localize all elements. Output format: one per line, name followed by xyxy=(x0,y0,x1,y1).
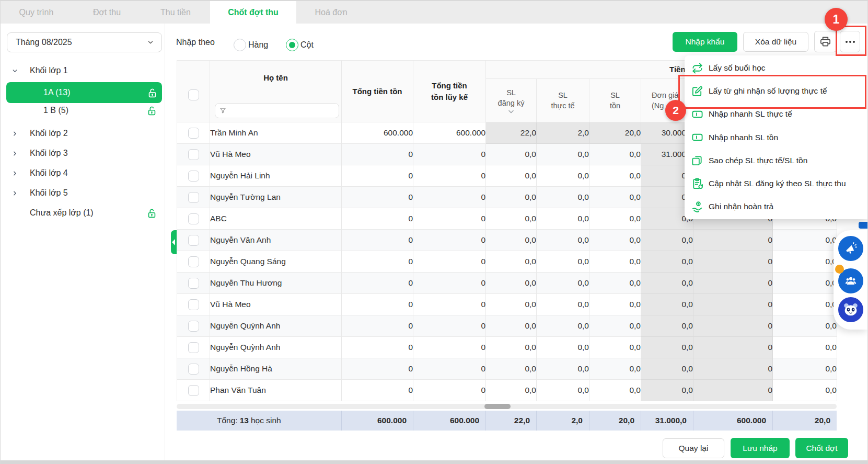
radio-cột[interactable] xyxy=(286,39,298,51)
people-icon xyxy=(844,274,858,288)
row-checkbox[interactable] xyxy=(188,342,199,353)
cell[interactable]: 0,0 xyxy=(537,230,589,251)
chevron-right-icon[interactable] xyxy=(11,169,18,176)
tree-item-kh-i-l-p-4[interactable]: Khối lớp 4 xyxy=(0,164,165,182)
horizontal-scrollbar[interactable] xyxy=(177,404,837,409)
print-button[interactable] xyxy=(814,31,837,52)
cell[interactable]: 0,0 xyxy=(486,208,537,230)
header-select-all[interactable] xyxy=(177,61,210,122)
cell[interactable]: 0,0 xyxy=(589,380,641,401)
cell[interactable]: 0,0 xyxy=(589,208,641,230)
radio-hàng[interactable] xyxy=(234,39,246,51)
chevron-right-icon[interactable] xyxy=(11,150,18,156)
row-checkbox[interactable] xyxy=(188,278,199,289)
row-checkbox[interactable] xyxy=(188,171,199,182)
menu-item-4[interactable]: Nhập nhanh SL tồn xyxy=(685,126,868,149)
chat-assistant-button[interactable] xyxy=(838,297,863,322)
tree-item-kh-i-l-p-5[interactable]: Khối lớp 5 xyxy=(0,184,165,202)
cell[interactable]: 0,0 xyxy=(589,251,641,273)
name-filter-input[interactable] xyxy=(215,103,339,118)
cell[interactable]: 0,0 xyxy=(537,187,589,208)
cell[interactable]: 0,0 xyxy=(486,358,537,380)
tab-1[interactable]: Quy trình xyxy=(0,1,73,24)
cell[interactable]: 0,0 xyxy=(589,315,641,337)
cell[interactable]: 0,0 xyxy=(537,294,589,315)
tab-2[interactable]: Đợt thu xyxy=(73,1,141,24)
cell[interactable]: 0,0 xyxy=(537,273,589,294)
month-selector[interactable]: Tháng 08/2025 xyxy=(7,32,162,52)
sidebar-collapse-handle[interactable] xyxy=(171,230,177,254)
radio-label-hàng[interactable]: Hàng xyxy=(248,40,268,50)
cell: 0 xyxy=(413,144,486,165)
cell[interactable]: 0,0 xyxy=(486,165,537,187)
tab-3[interactable]: Thu tiền xyxy=(141,1,210,24)
tree-item-1a-13-[interactable]: 1A (13) xyxy=(6,82,162,103)
cell[interactable]: 0,0 xyxy=(537,251,589,273)
cell: 0 xyxy=(413,230,486,251)
cell[interactable]: 0,0 xyxy=(537,144,589,165)
cell[interactable]: 0,0 xyxy=(486,251,537,273)
cell[interactable]: 0,0 xyxy=(486,273,537,294)
cell[interactable]: 0,0 xyxy=(589,294,641,315)
cell[interactable]: 0,0 xyxy=(486,337,537,358)
row-checkbox[interactable] xyxy=(188,235,199,246)
cell[interactable]: 0,0 xyxy=(537,208,589,230)
row-checkbox[interactable] xyxy=(188,321,199,332)
cell[interactable]: 0,0 xyxy=(486,315,537,337)
cell: 20,0 xyxy=(589,122,641,144)
row-checkbox[interactable] xyxy=(188,256,199,267)
menu-item-6[interactable]: Cập nhật SL đăng ký theo SL thực thu xyxy=(685,172,868,195)
cell[interactable]: 0,0 xyxy=(486,294,537,315)
cell[interactable]: 0,0 xyxy=(589,144,641,165)
chevron-down-icon[interactable] xyxy=(11,67,18,74)
tab-4[interactable]: Chốt đợt thu xyxy=(210,1,296,24)
radio-label-cột[interactable]: Cột xyxy=(300,40,314,50)
finalize-button[interactable]: Chốt đợt xyxy=(795,438,848,458)
floating-widget-tab[interactable] xyxy=(859,222,868,229)
cell[interactable]: 0,0 xyxy=(537,315,589,337)
tree-item-kh-i-l-p-3[interactable]: Khối lớp 3 xyxy=(0,144,165,162)
row-checkbox[interactable] xyxy=(188,299,199,310)
cell[interactable]: 0,0 xyxy=(486,230,537,251)
tab-5[interactable]: Hoá đơn xyxy=(296,1,366,24)
select-all-checkbox[interactable] xyxy=(188,89,199,100)
header-sl-dang-ky[interactable]: SLđăng ký xyxy=(486,79,537,122)
cell[interactable]: 0,0 xyxy=(589,358,641,380)
cell[interactable]: 0,0 xyxy=(537,165,589,187)
row-checkbox[interactable] xyxy=(188,149,199,160)
tree-item-kh-i-l-p-1[interactable]: Khối lớp 1 xyxy=(0,62,165,80)
cell[interactable]: 0,0 xyxy=(537,358,589,380)
cell[interactable]: 0,0 xyxy=(589,337,641,358)
cell[interactable]: 0,0 xyxy=(589,230,641,251)
import-button[interactable]: Nhập khẩu xyxy=(673,32,737,52)
cell[interactable]: 0,0 xyxy=(486,144,537,165)
cell[interactable]: 0,0 xyxy=(486,380,537,401)
row-checkbox[interactable] xyxy=(188,192,199,203)
menu-item-5[interactable]: Sao chép SL thực tế/SL tồn xyxy=(685,149,868,172)
cell[interactable]: 0,0 xyxy=(589,273,641,294)
chevron-right-icon[interactable] xyxy=(11,130,18,137)
tree-item-ch-a-x-p-l-p-1-[interactable]: Chưa xếp lớp (1) xyxy=(0,204,165,222)
cell[interactable]: 0,0 xyxy=(589,187,641,208)
header-sl-ton[interactable]: SLtồn xyxy=(589,79,641,122)
tree-item-1-b-5-[interactable]: 1 B (5) xyxy=(0,101,165,119)
cell: 0 xyxy=(342,165,413,187)
row-checkbox[interactable] xyxy=(188,385,199,396)
announcement-button[interactable] xyxy=(838,236,863,261)
clipboard-sync-icon xyxy=(691,178,703,190)
chevron-right-icon[interactable] xyxy=(11,189,18,196)
cell[interactable]: 0,0 xyxy=(537,380,589,401)
scrollbar-thumb[interactable] xyxy=(484,404,511,409)
cell[interactable]: 0,0 xyxy=(486,187,537,208)
row-checkbox[interactable] xyxy=(188,364,199,375)
save-draft-button[interactable]: Lưu nháp xyxy=(731,438,790,458)
clear-data-button[interactable]: Xóa dữ liệu xyxy=(743,32,808,52)
cell[interactable]: 0,0 xyxy=(589,165,641,187)
cell[interactable]: 0,0 xyxy=(537,337,589,358)
back-button[interactable]: Quay lại xyxy=(663,438,724,458)
tree-item-kh-i-l-p-2[interactable]: Khối lớp 2 xyxy=(0,125,165,142)
row-checkbox[interactable] xyxy=(188,128,199,139)
header-sl-thuc-te[interactable]: SLthực tế xyxy=(537,79,589,122)
menu-item-7[interactable]: Ghi nhận hoàn trả xyxy=(685,195,868,218)
row-checkbox[interactable] xyxy=(188,213,199,224)
